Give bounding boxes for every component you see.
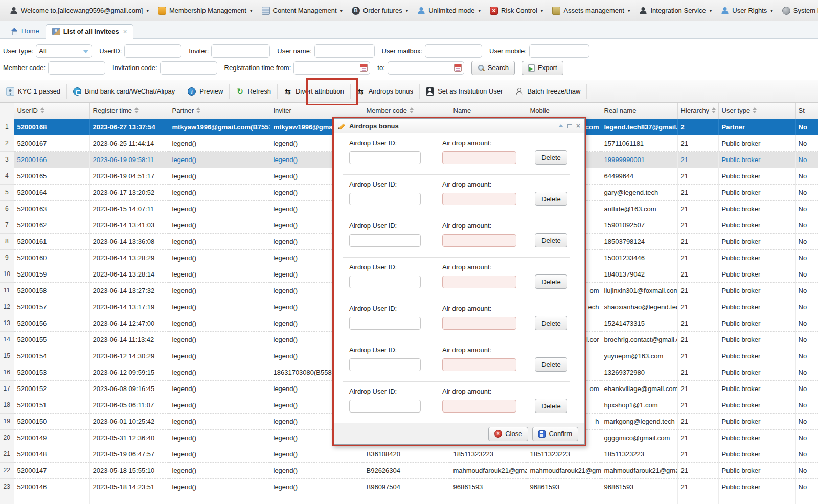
cell: 21 xyxy=(677,249,718,266)
air-drop-amount-input[interactable] xyxy=(442,317,516,330)
toolbar-item-label: Airdrops bonus xyxy=(369,87,413,95)
airdrop-user-id-input[interactable] xyxy=(349,276,421,288)
airdrop-user-id-input[interactable] xyxy=(349,193,421,205)
toolbar-item-set-as-institution-user[interactable]: Set as Institution User xyxy=(420,84,509,99)
air-drop-amount-input[interactable] xyxy=(442,193,516,205)
menu-item-risk-control[interactable]: Risk Control▾ xyxy=(485,0,548,21)
collapse-icon[interactable] xyxy=(558,124,563,127)
cell: liujinxin301@foxmail.com xyxy=(601,282,677,299)
air-drop-amount-input[interactable] xyxy=(442,234,516,247)
airdrop-user-id-input[interactable] xyxy=(349,151,421,164)
cell: 2023-06-01 10:25:42 xyxy=(89,413,169,429)
user-name-input[interactable] xyxy=(314,44,375,58)
air-drop-amount-input[interactable] xyxy=(442,276,516,288)
cell: B96097504 xyxy=(363,478,450,495)
airdrop-user-id-input[interactable] xyxy=(349,358,421,371)
cell: 2023-05-18 14:23:51 xyxy=(89,478,169,495)
cell: 52000150 xyxy=(14,413,89,429)
delete-button[interactable]: Delete xyxy=(535,233,567,247)
delete-button[interactable]: Delete xyxy=(535,399,567,413)
col-header-partner[interactable]: Partner xyxy=(169,103,270,119)
dialog-title-bar[interactable]: Airdrops bonus × xyxy=(334,119,584,133)
menu-item-content-management[interactable]: Content Management▾ xyxy=(257,0,348,21)
invitation-code-input[interactable] xyxy=(160,61,217,75)
close-button[interactable]: Close xyxy=(488,427,528,441)
cell: 18511323223 xyxy=(601,446,677,462)
filter-panel: User type:AllUserID:Inviter:User name:Us… xyxy=(0,39,818,80)
menu-item-assets-management[interactable]: Assets management▾ xyxy=(548,0,634,21)
toolbar-item-refresh[interactable]: Refresh xyxy=(230,84,278,99)
user-mailbox-input[interactable] xyxy=(425,44,482,58)
cell: Public broker xyxy=(718,200,795,217)
tab-list-of-all-invitees[interactable]: List of all invitees× xyxy=(46,24,134,39)
tab-home[interactable]: Home xyxy=(4,24,46,38)
close-icon[interactable]: × xyxy=(576,123,580,129)
cell: No xyxy=(795,348,818,364)
toolbar-item-preview[interactable]: Preview xyxy=(181,84,230,99)
cell: 18401379042 xyxy=(601,266,677,282)
invitation-code-label: Invitation code: xyxy=(112,64,157,72)
menu-item-order-futures[interactable]: Order futures▾ xyxy=(347,0,413,21)
reg-to-input[interactable] xyxy=(388,61,464,75)
menu-item-user-rights[interactable]: User Rights▾ xyxy=(716,0,777,21)
dropdown-caret-icon: ▾ xyxy=(146,8,149,13)
inviter-input[interactable] xyxy=(211,44,270,58)
maximize-icon[interactable] xyxy=(567,124,572,128)
airdrop-user-id-input[interactable] xyxy=(349,317,421,330)
cell: legend() xyxy=(169,168,270,184)
confirm-button[interactable]: Confirm xyxy=(532,427,578,441)
reg-from-input[interactable] xyxy=(293,61,370,75)
user-type-select[interactable]: All xyxy=(36,44,92,58)
menu-item-system-management[interactable]: System Management▾ xyxy=(778,0,818,21)
airdrop-user-id-input[interactable] xyxy=(349,234,421,247)
menu-item-welcome[interactable]: Welcome to,[alicewang9596@gmail.com]▾ xyxy=(5,0,153,21)
member-code-input[interactable] xyxy=(48,61,105,75)
calendar-icon[interactable] xyxy=(360,64,368,72)
user-mobile-input[interactable] xyxy=(529,44,589,58)
airdrop-user-id-input[interactable] xyxy=(349,400,421,413)
delete-button-label: Delete xyxy=(541,402,561,410)
delete-button-label: Delete xyxy=(541,195,561,203)
delete-button[interactable]: Delete xyxy=(535,357,567,372)
institution-icon xyxy=(426,87,434,96)
toolbar-item-kyc-1-passed[interactable]: KYC 1 passed xyxy=(0,84,67,99)
cell: shaoxianhao@legend.tech xyxy=(601,299,677,315)
col-header-real-name: Real name xyxy=(601,103,677,119)
menu-item-membership-management[interactable]: Membership Management▾ xyxy=(153,0,257,21)
calendar-icon[interactable] xyxy=(454,64,462,72)
col-header-hierarchy[interactable]: Hierarchy xyxy=(677,103,718,119)
tab-close-icon[interactable]: × xyxy=(123,28,127,35)
col-header-st: St xyxy=(795,103,818,119)
table-row[interactable]: 21520001482023-05-19 06:47:57legend()leg… xyxy=(0,446,818,462)
menu-item-integration-service[interactable]: Integration Service▾ xyxy=(634,0,716,21)
row-number: 23 xyxy=(0,478,14,495)
air-drop-amount-input[interactable] xyxy=(442,151,516,164)
bind-card-icon xyxy=(73,87,81,96)
table-row[interactable]: 23520001462023-05-18 14:23:51legend()leg… xyxy=(0,478,818,495)
toolbar-item-airdrops-bonus[interactable]: Airdrops bonus xyxy=(351,84,420,99)
menu-item-unlimited-mode[interactable]: Unlimited mode▾ xyxy=(413,0,485,21)
delete-button[interactable]: Delete xyxy=(535,316,567,330)
air-drop-amount-input[interactable] xyxy=(442,358,516,371)
col-header-register-time[interactable]: Register time xyxy=(89,103,169,119)
column-label: Member code xyxy=(367,107,407,114)
delete-button[interactable]: Delete xyxy=(535,192,567,206)
toolbar-item-divert-attribution[interactable]: Divert attribution xyxy=(278,84,351,99)
cell: Public broker xyxy=(718,380,795,397)
userid-input[interactable] xyxy=(124,44,181,58)
row-number: 12 xyxy=(0,299,14,315)
cell: 2023-06-14 13:41:03 xyxy=(89,217,169,233)
col-header-userid[interactable]: UserID xyxy=(14,103,89,119)
table-row[interactable]: 22520001472023-05-18 15:55:10legend()leg… xyxy=(0,462,818,478)
air-drop-amount-input[interactable] xyxy=(442,400,516,413)
toolbar-item-batch-freeze-thaw[interactable]: Batch freeze/thaw xyxy=(509,84,587,99)
menu-item-label: System Management xyxy=(793,7,818,14)
delete-button[interactable]: Delete xyxy=(535,150,567,165)
toolbar-item-bind-bank-card[interactable]: Bind bank card/WeChat/Alipay xyxy=(67,84,181,99)
search-button[interactable]: Search xyxy=(471,61,515,75)
menu-item-label: Content Management xyxy=(273,7,337,14)
col-header-user-type[interactable]: User type xyxy=(718,103,795,119)
export-button[interactable]: Export xyxy=(522,61,563,75)
cell: 21 xyxy=(677,331,718,348)
delete-button[interactable]: Delete xyxy=(535,274,567,289)
